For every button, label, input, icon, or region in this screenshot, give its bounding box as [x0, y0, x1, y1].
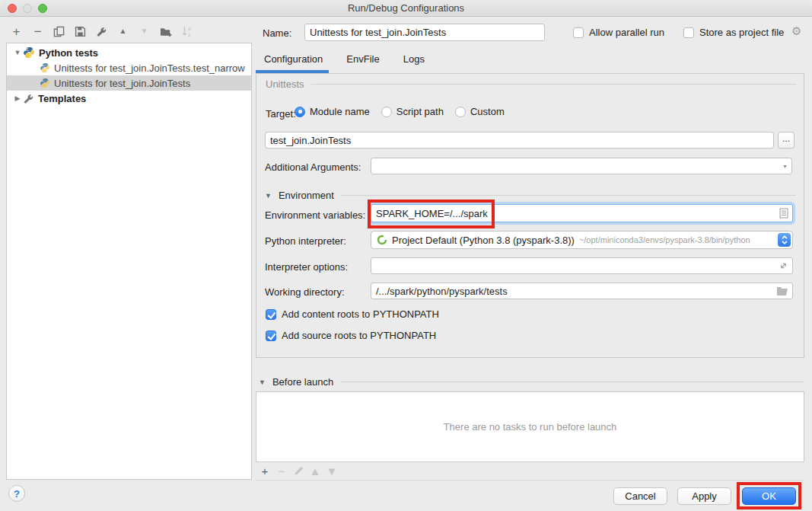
python-test-icon [40, 62, 50, 73]
copy-configuration-icon[interactable] [53, 24, 65, 38]
new-folder-icon[interactable] [159, 24, 172, 38]
run-debug-configurations-dialog: Run/Debug Configurations + − ▲ ▼ az ▼ Py [0, 0, 812, 511]
interpreter-options-label: Interpreter options: [265, 261, 348, 273]
title-bar: Run/Debug Configurations [0, 0, 812, 17]
edit-task-icon [293, 465, 304, 477]
svg-text:a: a [188, 26, 191, 31]
expander-expanded-icon[interactable]: ▼ [12, 49, 23, 56]
traffic-lights [8, 4, 47, 13]
environment-variables-field [371, 204, 793, 222]
interpreter-options-input[interactable] [371, 258, 792, 273]
window-title: Run/Debug Configurations [348, 2, 464, 14]
interpreter-path: ~/opt/miniconda3/envs/pyspark-3.8/bin/py… [579, 235, 750, 244]
store-as-project-file-checkbox[interactable]: Store as project file [683, 27, 784, 38]
sort-alphabetically-icon: az [180, 24, 193, 38]
expand-field-icon[interactable] [779, 261, 788, 271]
group-title: Environment [279, 190, 334, 201]
python-test-icon [40, 78, 50, 88]
svg-text:z: z [188, 32, 191, 37]
edit-templates-icon[interactable] [95, 24, 108, 38]
move-task-down-icon: ▼ [326, 465, 337, 477]
python-interpreter-combo[interactable]: Project Default (Python 3.8 (pyspark-3.8… [371, 231, 793, 249]
minimize-window-button [23, 4, 32, 13]
radio-custom[interactable]: Custom [455, 106, 505, 117]
edit-variables-icon[interactable] [779, 208, 788, 219]
tree-node-jointests-selected[interactable]: Unittests for test_join.JoinTests [7, 75, 251, 91]
tree-node-label: Unittests for test_join.JoinTests [54, 78, 190, 89]
configurations-tree: ▼ Python tests Unittests for test_join.J… [6, 43, 252, 480]
checkbox-box[interactable] [573, 27, 584, 38]
allow-parallel-run-checkbox[interactable]: Allow parallel run [573, 27, 664, 38]
collapse-icon[interactable]: ▼ [265, 192, 272, 200]
add-configuration-icon[interactable]: + [10, 24, 23, 38]
checkbox-label: Add content roots to PYTHONPATH [282, 308, 439, 320]
tree-node-label: Unittests for test_join.JoinTests.test_n… [54, 62, 245, 74]
tab-configuration[interactable]: Configuration [264, 53, 323, 65]
python-icon [23, 46, 35, 59]
before-launch-toolbar: + − ▲ ▼ [260, 465, 337, 477]
radio-button[interactable] [455, 107, 466, 117]
save-configuration-icon[interactable] [74, 24, 87, 38]
tree-node-test-narrow[interactable]: Unittests for test_join.JoinTests.test_n… [7, 60, 251, 75]
tree-node-label: Python tests [39, 47, 98, 59]
folder-icon[interactable] [776, 286, 788, 296]
additional-arguments-input[interactable] [371, 158, 791, 174]
target-radio-group: Module name Script path Custom [295, 106, 505, 117]
group-title: Before launch [272, 376, 333, 388]
tree-node-python-tests[interactable]: ▼ Python tests [7, 45, 251, 60]
python-interpreter-label: Python interpreter: [265, 235, 346, 247]
combo-stepper-icon[interactable] [778, 233, 791, 247]
environment-variables-input[interactable] [371, 205, 792, 222]
expander-collapsed-icon[interactable]: ▶ [12, 94, 23, 102]
radio-button[interactable] [295, 107, 305, 117]
browse-button[interactable]: ... [778, 132, 794, 149]
configurations-toolbar: + − ▲ ▼ az [10, 23, 193, 40]
checkbox-label: Store as project file [699, 27, 784, 38]
checkbox-box[interactable] [683, 27, 694, 38]
module-name-field [265, 132, 774, 149]
interpreter-name: Project Default (Python 3.8 (pyspark-3.8… [392, 235, 575, 246]
environment-variables-label: Environment variables: [265, 209, 365, 221]
collapse-icon[interactable]: ▼ [259, 378, 266, 386]
checkbox-box[interactable] [266, 331, 276, 341]
tab-logs[interactable]: Logs [403, 53, 425, 65]
name-label: Name: [263, 27, 291, 39]
working-directory-label: Working directory: [265, 286, 345, 298]
add-content-roots-checkbox[interactable]: Add content roots to PYTHONPATH [266, 308, 439, 320]
chevron-down-icon[interactable]: ▼ [782, 164, 788, 169]
name-input[interactable] [304, 24, 545, 41]
tree-node-label: Templates [38, 93, 86, 104]
before-launch-task-list: There are no tasks to run before launch [256, 391, 804, 462]
tab-bar: Configuration EnvFile Logs [264, 53, 425, 65]
radio-button[interactable] [381, 107, 392, 117]
ok-button[interactable]: OK [742, 487, 796, 505]
radio-label: Script path [396, 106, 444, 117]
radio-module-name[interactable]: Module name [295, 106, 370, 117]
gear-icon[interactable]: ⚙ [791, 25, 801, 37]
remove-configuration-icon[interactable]: − [31, 24, 44, 38]
apply-button[interactable]: Apply [677, 487, 731, 505]
tab-envfile[interactable]: EnvFile [346, 53, 379, 65]
tree-node-templates[interactable]: ▶ Templates [7, 91, 251, 106]
interpreter-options-field [371, 257, 793, 274]
close-window-button[interactable] [8, 4, 17, 13]
before-launch-header[interactable]: ▼ Before launch [259, 376, 804, 388]
before-launch-divider [256, 480, 804, 481]
help-button[interactable]: ? [8, 485, 25, 502]
working-directory-field [371, 283, 793, 299]
add-source-roots-checkbox[interactable]: Add source roots to PYTHONPATH [266, 330, 436, 341]
checkbox-label: Add source roots to PYTHONPATH [282, 330, 436, 341]
cancel-button[interactable]: Cancel [613, 487, 667, 505]
working-directory-input[interactable] [371, 283, 792, 299]
radio-script-path[interactable]: Script path [381, 106, 444, 117]
zoom-window-button[interactable] [38, 4, 47, 13]
environment-group-header[interactable]: ▼ Environment [265, 190, 796, 201]
unittests-group-header: Unittests [266, 78, 796, 90]
move-down-icon[interactable]: ▼ [138, 24, 151, 38]
checkbox-box[interactable] [266, 309, 276, 320]
move-up-icon[interactable]: ▲ [116, 24, 129, 38]
wrench-icon [23, 93, 34, 104]
target-label: Target: [266, 108, 296, 120]
add-task-icon[interactable]: + [260, 465, 270, 477]
module-name-input[interactable] [266, 133, 773, 148]
